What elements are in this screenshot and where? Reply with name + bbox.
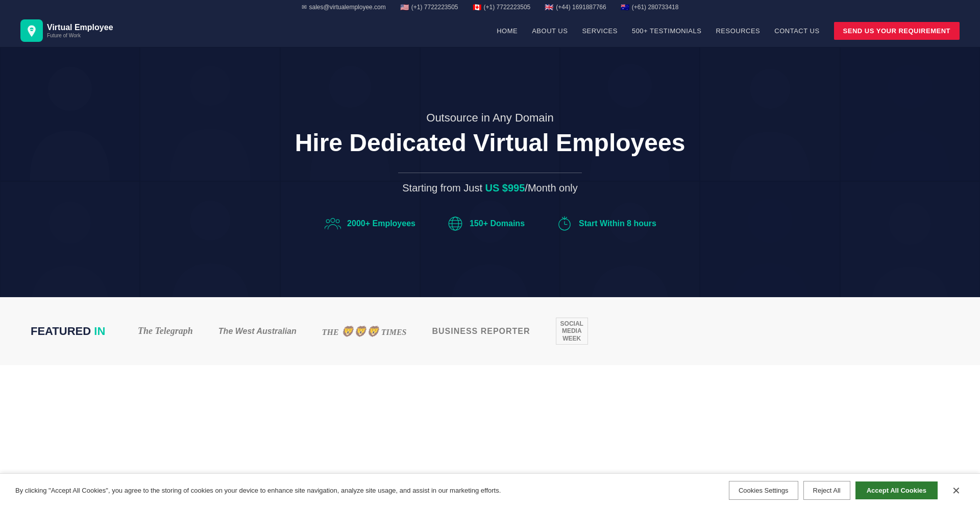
globe-icon — [446, 214, 464, 233]
logo-icon — [20, 19, 43, 42]
logo-social-media-week: SOCIAL MEDIA WEEK — [556, 318, 588, 345]
phone-ca-number: (+1) 7722223505 — [484, 4, 531, 11]
phone-uk-number: (+44) 1691887766 — [556, 4, 606, 11]
nav-services[interactable]: SERVICES — [582, 27, 618, 35]
hero-title: Hire Dedicated Virtual Employees — [295, 129, 685, 157]
stat-start-time: Start Within 8 hours — [555, 214, 656, 233]
employees-value: 2000+ Employees — [347, 219, 415, 228]
domains-value: 150+ Domains — [470, 219, 525, 228]
send-requirement-button[interactable]: SEND US YOUR REQUIREMENT — [834, 22, 960, 40]
price-label: Starting from Just — [402, 182, 485, 194]
svg-point-16 — [326, 220, 329, 223]
logo-west-australian: The West Australian — [218, 327, 297, 336]
email-contact[interactable]: ✉ sales@virtualemployee.com — [302, 4, 386, 11]
clock-icon — [555, 214, 574, 233]
logo-times: THE 🦁🦁🦁 TIMES — [322, 325, 407, 337]
team-icon — [324, 214, 342, 233]
header: Virtual Employee Future of Work HOME ABO… — [0, 14, 980, 47]
featured-text: FEATURED — [31, 325, 91, 337]
top-bar: ✉ sales@virtualemployee.com 🇺🇸 (+1) 7722… — [0, 0, 980, 14]
logo-business-reporter: BUSINESS REPORTER — [432, 327, 530, 336]
email-icon: ✉ — [302, 4, 307, 11]
logo-area: Virtual Employee Future of Work — [20, 19, 113, 42]
svg-point-15 — [331, 218, 335, 222]
us-flag-icon: 🇺🇸 — [400, 3, 409, 11]
au-flag-icon: 🇦🇺 — [621, 3, 629, 11]
logo-telegraph: The Telegraph — [138, 326, 193, 336]
email-address: sales@virtualemployee.com — [309, 4, 386, 11]
logo-text: Virtual Employee Future of Work — [47, 22, 113, 38]
main-nav: HOME ABOUT US SERVICES 500+ TESTIMONIALS… — [497, 22, 960, 40]
nav-contact[interactable]: CONTACT US — [774, 27, 819, 35]
phone-us[interactable]: 🇺🇸 (+1) 7722223505 — [400, 3, 458, 11]
phone-ca[interactable]: 🇨🇦 (+1) 7722223505 — [473, 3, 531, 11]
logo-brand: Virtual Employee — [47, 22, 113, 32]
nav-home[interactable]: HOME — [497, 27, 518, 35]
featured-label: FEATURED IN — [31, 325, 112, 338]
logo-tagline: Future of Work — [47, 33, 113, 39]
nav-about[interactable]: ABOUT US — [532, 27, 568, 35]
featured-in-text: IN — [91, 325, 105, 337]
ca-flag-icon: 🇨🇦 — [473, 3, 481, 11]
hero-section: Outsource in Any Domain Hire Dedicated V… — [0, 47, 980, 297]
hero-divider — [398, 173, 582, 173]
phone-au[interactable]: 🇦🇺 (+61) 280733418 — [621, 3, 679, 11]
price-value: US $995 — [485, 182, 525, 194]
featured-section: FEATURED IN The Telegraph The West Austr… — [0, 297, 980, 365]
phone-us-number: (+1) 7722223505 — [411, 4, 458, 11]
hero-stats: 2000+ Employees 150+ Domains — [295, 214, 685, 233]
start-time-value: Start Within 8 hours — [579, 219, 656, 228]
stat-employees: 2000+ Employees — [324, 214, 415, 233]
uk-flag-icon: 🇬🇧 — [545, 3, 553, 11]
hero-price: Starting from Just US $995/Month only — [295, 182, 685, 194]
featured-logos: The Telegraph The West Australian THE 🦁🦁… — [138, 318, 949, 345]
hero-subtitle: Outsource in Any Domain — [295, 111, 685, 125]
nav-testimonials[interactable]: 500+ TESTIMONIALS — [632, 27, 702, 35]
svg-point-17 — [336, 220, 339, 223]
stat-domains: 150+ Domains — [446, 214, 525, 233]
hero-content: Outsource in Any Domain Hire Dedicated V… — [285, 91, 696, 253]
price-suffix: /Month only — [525, 182, 577, 194]
nav-resources[interactable]: RESOURCES — [716, 27, 760, 35]
phone-uk[interactable]: 🇬🇧 (+44) 1691887766 — [545, 3, 606, 11]
phone-au-number: (+61) 280733418 — [632, 4, 679, 11]
